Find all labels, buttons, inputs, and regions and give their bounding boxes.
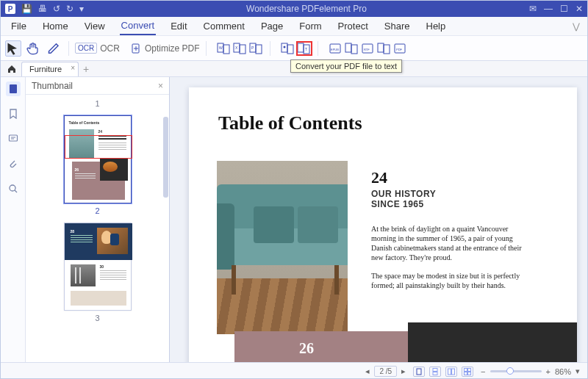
- app-title: Wondershare PDFelement Pro: [84, 4, 529, 14]
- select-tool-icon[interactable]: [5, 40, 21, 57]
- svg-text:W: W: [219, 46, 223, 50]
- to-text-icon[interactable]: T: [297, 42, 312, 55]
- section-heading-line-1: OUR HISTORY: [371, 189, 436, 199]
- zoom-out-button[interactable]: −: [481, 367, 485, 376]
- document-viewport[interactable]: Table of Contents 24 OUR HISTORY SINCE 1…: [170, 77, 587, 362]
- logo-icon: P: [5, 4, 15, 14]
- panel-close-icon[interactable]: ×: [158, 81, 163, 91]
- collapse-ribbon-icon[interactable]: ⋁: [573, 21, 580, 32]
- thumbnail-page[interactable]: Table of Contents 24 26: [64, 115, 132, 203]
- tab-close-icon[interactable]: ×: [71, 64, 75, 72]
- svg-rect-11: [287, 45, 293, 54]
- thumbnail-list[interactable]: 1 Table of Contents 24 26 2: [26, 95, 169, 362]
- prev-page-icon[interactable]: ◂: [365, 367, 370, 376]
- svg-rect-36: [465, 372, 467, 375]
- svg-text:EPUB: EPUB: [331, 48, 339, 51]
- maximize-button[interactable]: ☐: [560, 4, 568, 14]
- zoom-slider[interactable]: [490, 370, 542, 372]
- thumbnail-panel-title: Thumbnail: [32, 81, 73, 91]
- minimize-button[interactable]: —: [544, 4, 553, 14]
- ocr-button[interactable]: OCR OCR: [75, 43, 120, 54]
- undo-icon[interactable]: ↺: [53, 4, 60, 14]
- thumbnails-icon[interactable]: [6, 82, 21, 96]
- menu-edit[interactable]: Edit: [169, 17, 188, 35]
- svg-rect-37: [468, 372, 471, 375]
- edit-tool-icon[interactable]: [46, 40, 62, 57]
- thumbnail-item[interactable]: Table of Contents 24 26 2: [30, 115, 165, 215]
- menu-protect[interactable]: Protect: [337, 17, 370, 35]
- two-page-view-icon[interactable]: [445, 367, 457, 377]
- thumbnail-item[interactable]: 1: [30, 96, 165, 108]
- print-icon[interactable]: 🖶: [38, 4, 47, 14]
- svg-rect-33: [452, 369, 455, 375]
- single-page-view-icon[interactable]: [413, 367, 425, 377]
- menu-page[interactable]: Page: [259, 17, 284, 35]
- menu-help[interactable]: Help: [425, 17, 448, 35]
- document-tab[interactable]: Furniture ×: [21, 62, 79, 76]
- zoom-value: 86%: [555, 367, 571, 376]
- continuous-view-icon[interactable]: [429, 367, 441, 377]
- thumbnail-item[interactable]: 28 30 3: [30, 223, 165, 322]
- toolbar-separator: [270, 41, 270, 56]
- redo-icon[interactable]: ↻: [66, 4, 74, 14]
- convert-format-group-2: T: [281, 42, 312, 55]
- svg-rect-8: [256, 45, 262, 54]
- to-rtf-icon[interactable]: RTF: [361, 42, 376, 55]
- save-icon[interactable]: 💾: [21, 4, 32, 14]
- search-rail-icon[interactable]: [6, 181, 21, 196]
- close-button[interactable]: ✕: [576, 4, 583, 14]
- to-other-icon[interactable]: [377, 42, 392, 55]
- mail-icon[interactable]: ✉: [529, 4, 537, 14]
- menu-home[interactable]: Home: [41, 17, 70, 35]
- svg-rect-19: [351, 45, 357, 54]
- bookmarks-icon[interactable]: [6, 107, 21, 121]
- two-page-continuous-icon[interactable]: [462, 367, 473, 377]
- menu-convert[interactable]: Convert: [120, 17, 157, 35]
- svg-rect-23: [384, 45, 390, 54]
- thumbnail-scrollbar[interactable]: [163, 117, 168, 198]
- svg-rect-18: [345, 43, 351, 52]
- menu-comment[interactable]: Comment: [202, 17, 246, 35]
- to-ppt-icon[interactable]: P: [249, 42, 264, 55]
- zoom-slider-knob[interactable]: [506, 367, 514, 375]
- document-tab-label: Furniture: [29, 65, 62, 73]
- hand-tool-icon[interactable]: [26, 40, 42, 57]
- svg-rect-32: [448, 369, 451, 375]
- thumbnail-number: 1: [95, 99, 99, 108]
- svg-rect-2: [223, 45, 229, 54]
- to-image-icon[interactable]: [281, 42, 295, 55]
- thumbnail-panel: Thumbnail × 1 Table of Contents 24: [26, 77, 170, 362]
- menu-share[interactable]: Share: [383, 17, 412, 35]
- add-tab-button[interactable]: +: [83, 63, 96, 75]
- dark-image-block: [408, 322, 577, 362]
- svg-text:PDF: PDF: [396, 48, 403, 51]
- zoom-controls: − + 86% ▾: [481, 367, 580, 376]
- thumbnail-number: 2: [95, 206, 99, 215]
- page-title: Table of Contents: [218, 112, 362, 134]
- to-word-icon[interactable]: W: [217, 42, 232, 55]
- menu-view[interactable]: View: [83, 17, 107, 35]
- comments-icon[interactable]: [6, 131, 21, 146]
- to-epub-icon[interactable]: EPUB: [329, 42, 343, 55]
- menu-form[interactable]: Form: [298, 17, 323, 35]
- next-page-icon[interactable]: ▸: [401, 367, 406, 376]
- attachments-icon[interactable]: [6, 156, 21, 171]
- svg-rect-35: [468, 368, 471, 371]
- workspace: Thumbnail × 1 Table of Contents 24: [1, 77, 587, 362]
- menu-file[interactable]: File: [10, 17, 28, 35]
- to-excel-icon[interactable]: X: [233, 42, 248, 55]
- home-tab-icon[interactable]: [5, 63, 18, 75]
- title-bar: P 💾 🖶 ↺ ↻ ▾ Wondershare PDFelement Pro ✉…: [1, 1, 587, 17]
- optimize-pdf-button[interactable]: Optimize PDF: [130, 43, 200, 54]
- page-indicator[interactable]: 2 /5: [374, 366, 397, 377]
- zoom-dropdown-icon[interactable]: ▾: [576, 367, 580, 376]
- zoom-in-button[interactable]: +: [546, 367, 551, 376]
- thumbnail-page[interactable]: 28 30: [64, 223, 132, 311]
- toolbar-separator: [68, 41, 69, 56]
- to-pdf-icon[interactable]: PDF: [393, 42, 408, 55]
- thumbnail-number: 3: [95, 314, 99, 322]
- svg-point-28: [10, 185, 15, 191]
- svg-text:X: X: [235, 46, 238, 50]
- convert-format-group-1: W X P: [217, 42, 264, 55]
- to-html-icon[interactable]: [345, 42, 359, 55]
